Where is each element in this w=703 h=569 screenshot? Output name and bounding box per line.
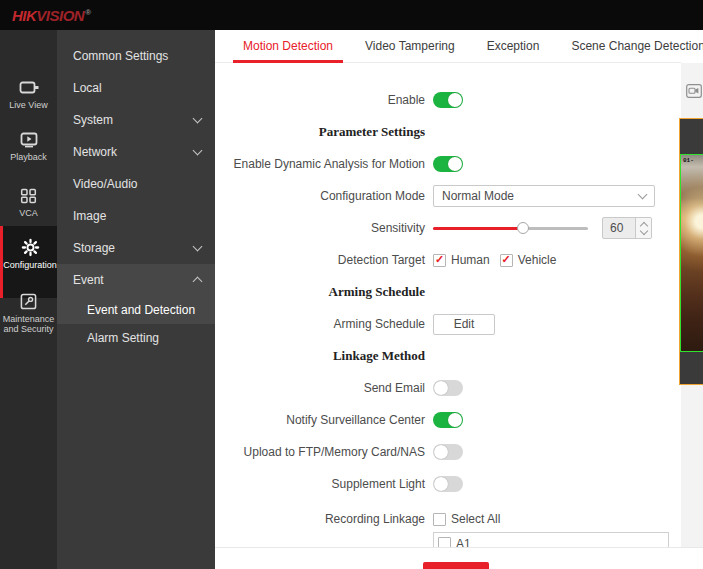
- human-checkbox[interactable]: ✓Human: [433, 253, 490, 267]
- nav-configuration-label: Configuration: [3, 260, 57, 270]
- arming-schedule-row: Arming Schedule Edit: [215, 308, 681, 340]
- toggle-knob: [448, 157, 462, 171]
- human-label: Human: [451, 253, 490, 267]
- chevron-down-icon: [638, 190, 648, 200]
- vehicle-label: Vehicle: [518, 253, 557, 267]
- nav-vca-label: VCA: [0, 208, 57, 218]
- sidebar-item-label: Storage: [73, 241, 115, 255]
- toggle-knob: [434, 477, 448, 491]
- nav-rail: Live View Playback VCA Configuration Mai…: [0, 30, 57, 569]
- sidebar-item-label: Event: [73, 273, 104, 287]
- tab-exception[interactable]: Exception: [477, 30, 550, 62]
- tab-label: Scene Change Detection: [571, 39, 703, 53]
- enable-toggle[interactable]: [433, 92, 463, 108]
- linkage-method-heading: Linkage Method: [215, 348, 425, 364]
- sidebar-item-alarm-setting[interactable]: Alarm Setting: [57, 324, 215, 352]
- chevron-down-icon: [193, 146, 203, 156]
- sidebar-item-label: Common Settings: [73, 49, 168, 63]
- configuration-mode-value: Normal Mode: [442, 189, 514, 203]
- dynamic-analysis-toggle[interactable]: [433, 156, 463, 172]
- notify-surveillance-toggle[interactable]: [433, 412, 463, 428]
- nav-configuration[interactable]: Configuration: [0, 226, 57, 298]
- parameter-settings-heading-row: Parameter Settings: [215, 116, 681, 148]
- sidebar-item-system[interactable]: System: [57, 104, 215, 136]
- dynamic-analysis-label: Enable Dynamic Analysis for Motion: [215, 157, 425, 171]
- configuration-mode-label: Configuration Mode: [215, 189, 425, 203]
- footer: [215, 548, 703, 569]
- hikvision-logo: HIKVISION®: [12, 7, 91, 24]
- sidebar-item-image[interactable]: Image: [57, 200, 215, 232]
- arming-schedule-label: Arming Schedule: [215, 317, 425, 331]
- logo-text-primary: HIK: [12, 7, 36, 24]
- nav-playback[interactable]: Playback: [0, 130, 57, 162]
- configuration-mode-select[interactable]: Normal Mode: [433, 185, 655, 207]
- upload-ftp-row: Upload to FTP/Memory Card/NAS: [215, 436, 681, 468]
- video-preview[interactable]: 01-: [679, 118, 703, 385]
- save-button[interactable]: [423, 562, 489, 569]
- sidebar-item-event-and-detection[interactable]: Event and Detection: [57, 296, 215, 324]
- recording-linkage-label: Recording Linkage: [215, 512, 425, 526]
- select-all-checkbox[interactable]: ✓Select All: [433, 512, 500, 526]
- motion-detection-form: Enable Parameter Settings Enable Dynamic…: [215, 84, 681, 551]
- sidebar-item-common-settings[interactable]: Common Settings: [57, 40, 215, 72]
- tab-label: Exception: [487, 39, 540, 53]
- video-osd-text: 01-: [683, 157, 694, 164]
- detection-target-row: Detection Target ✓Human ✓Vehicle: [215, 244, 681, 276]
- sidebar-item-local[interactable]: Local: [57, 72, 215, 104]
- gear-icon: [3, 238, 57, 257]
- sidebar-item-network[interactable]: Network: [57, 136, 215, 168]
- enable-row: Enable: [215, 84, 681, 116]
- video-letterbox-top: [680, 119, 703, 154]
- spinner-buttons[interactable]: [635, 218, 651, 238]
- toggle-knob: [448, 93, 462, 107]
- arming-schedule-heading-row: Arming Schedule: [215, 276, 681, 308]
- sidebar-item-label: System: [73, 113, 113, 127]
- supplement-light-toggle[interactable]: [433, 476, 463, 492]
- sidebar-item-video-audio[interactable]: Video/Audio: [57, 168, 215, 200]
- nav-vca[interactable]: VCA: [0, 186, 57, 218]
- nav-live-view-label: Live View: [0, 100, 57, 110]
- sidebar-item-storage[interactable]: Storage: [57, 232, 215, 264]
- tab-motion-detection[interactable]: Motion Detection: [233, 30, 343, 62]
- sensitivity-row: Sensitivity 60: [215, 212, 681, 244]
- sensitivity-input[interactable]: 60: [602, 217, 652, 239]
- vehicle-checkbox[interactable]: ✓Vehicle: [500, 253, 557, 267]
- check-icon: ✓: [502, 254, 511, 265]
- sensitivity-slider[interactable]: [433, 227, 588, 230]
- checkbox-box: ✓: [500, 254, 513, 267]
- sidebar-item-label: Image: [73, 209, 106, 223]
- hikvision-config-app: HIKVISION® Live View Playback VCA: [0, 0, 703, 569]
- select-all-label: Select All: [451, 512, 500, 526]
- registered-mark: ®: [85, 8, 90, 17]
- nav-playback-label: Playback: [0, 152, 57, 162]
- nav-live-view[interactable]: Live View: [0, 78, 57, 110]
- live-view-icon: [0, 78, 57, 97]
- sidebar-item-event[interactable]: Event: [57, 264, 215, 296]
- chevron-down-icon: [193, 114, 203, 124]
- top-bar: HIKVISION®: [0, 0, 703, 30]
- nav-maintenance-security-label: Maintenance and Security: [0, 314, 57, 334]
- playback-icon: [0, 130, 57, 149]
- edit-button[interactable]: Edit: [433, 314, 495, 335]
- preview-camera-icon[interactable]: [686, 84, 702, 98]
- nav-maintenance-security[interactable]: Maintenance and Security: [0, 292, 57, 334]
- upload-ftp-toggle[interactable]: [433, 444, 463, 460]
- checkbox-box: ✓: [433, 254, 446, 267]
- configuration-mode-row: Configuration Mode Normal Mode: [215, 180, 681, 212]
- vca-grid-icon: [0, 186, 57, 205]
- supplement-light-label: Supplement Light: [215, 477, 425, 491]
- send-email-toggle[interactable]: [433, 380, 463, 396]
- toggle-knob: [448, 413, 462, 427]
- logo-text-secondary: VISION: [36, 7, 84, 24]
- sidebar-item-label: Event and Detection: [87, 303, 195, 317]
- linkage-method-heading-row: Linkage Method: [215, 340, 681, 372]
- notify-surveillance-label: Notify Surveillance Center: [215, 413, 425, 427]
- tab-scene-change-detection[interactable]: Scene Change Detection: [561, 30, 703, 62]
- detection-target-label: Detection Target: [215, 253, 425, 267]
- supplement-light-row: Supplement Light: [215, 468, 681, 500]
- slider-thumb[interactable]: [517, 222, 529, 234]
- toggle-knob: [434, 445, 448, 459]
- sidebar-item-label: Alarm Setting: [87, 331, 159, 345]
- tab-video-tampering[interactable]: Video Tampering: [355, 30, 465, 62]
- sidebar-item-label: Local: [73, 81, 102, 95]
